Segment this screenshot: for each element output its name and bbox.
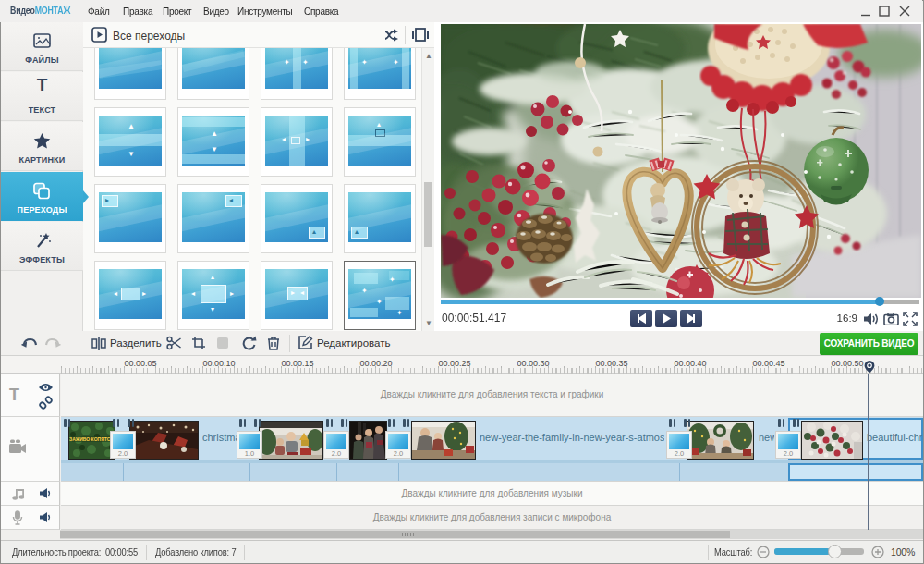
svg-text:ЗАЖИВО КОПЯТСЯ: ЗАЖИВО КОПЯТСЯ: [69, 436, 114, 442]
